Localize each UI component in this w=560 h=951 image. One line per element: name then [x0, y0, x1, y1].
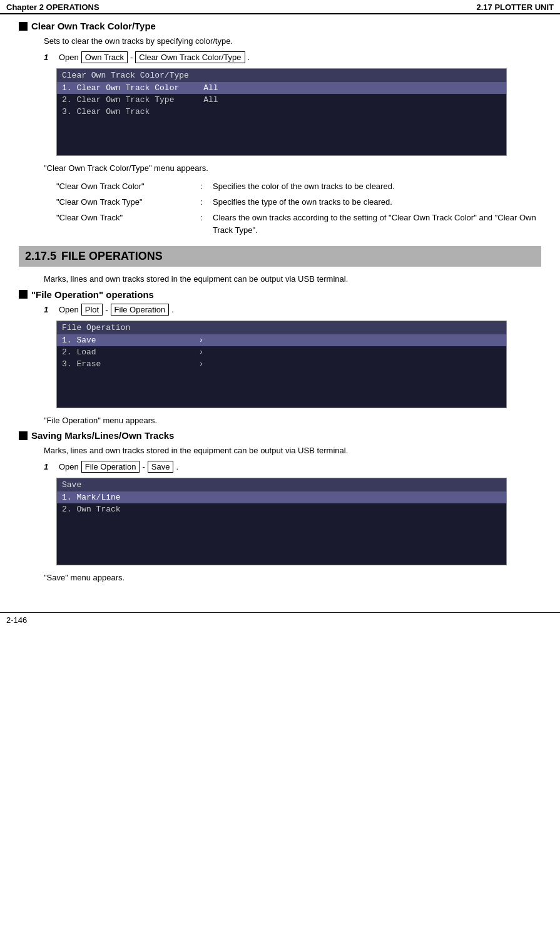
step1-dash: - — [130, 53, 133, 62]
step3-menu1[interactable]: File Operation — [81, 461, 140, 473]
section3-heading: Saving Marks/Lines/Own Tracks — [19, 430, 541, 441]
step2-dash: - — [105, 305, 108, 314]
section2-step1: 1 Open Plot - File Operation . — [44, 304, 541, 316]
desc-colon: : — [200, 196, 206, 209]
desc-row: "Clear Own Track Color":Specifies the co… — [56, 180, 541, 193]
desc-row: "Clear Own Track":Clears the own tracks … — [56, 212, 541, 238]
section3-body: Marks, lines and own tracks stored in th… — [44, 445, 541, 457]
section2-heading-text: "File Operation" operations — [31, 289, 154, 300]
step-num-2: 1 — [44, 305, 54, 314]
screen-row: 2. Load › — [57, 346, 506, 358]
step1-period: . — [248, 53, 250, 62]
section-title: 2.17 PLOTTER UNIT — [476, 3, 554, 12]
bullet-square — [19, 22, 28, 31]
page-header: Chapter 2 OPERATIONS 2.17 PLOTTER UNIT — [0, 0, 560, 14]
section1-after-text: "Clear Own Track Color/Type" menu appear… — [44, 162, 541, 175]
step3-open: Open — [59, 462, 79, 471]
step-num-3: 1 — [44, 462, 54, 471]
divider-num: 2.17.5 — [25, 250, 56, 263]
screen1: Clear Own Track Color/Type 1. Clear Own … — [56, 68, 507, 156]
desc-colon: : — [200, 180, 206, 193]
content-area: Clear Own Track Color/Type Sets to clear… — [0, 14, 560, 600]
step3-content: Open File Operation - Save . — [59, 461, 178, 473]
step2-menu1[interactable]: Plot — [81, 304, 103, 316]
screen-row: 2. Clear Own Track Type All — [57, 94, 506, 106]
step2-open: Open — [59, 305, 79, 314]
page-number: 2-146 — [6, 615, 27, 625]
screen-row: 3. Clear Own Track — [57, 106, 506, 118]
desc-label: "Clear Own Track Type" — [56, 196, 194, 209]
desc-text: Specifies the color of the own tracks to… — [213, 180, 541, 193]
chapter-title: Chapter 2 OPERATIONS — [6, 3, 99, 12]
step3-period: . — [176, 462, 178, 471]
section2-heading: "File Operation" operations — [19, 289, 541, 300]
step1-content: Open Own Track - Clear Own Track Color/T… — [59, 51, 250, 63]
step1-menu1[interactable]: Own Track — [81, 51, 128, 63]
screen-row: 1. Clear Own Track Color All — [57, 82, 506, 94]
screen2-title: File Operation — [57, 321, 506, 334]
step1-menu2[interactable]: Clear Own Track Color/Type — [135, 51, 245, 63]
screen-row: 2. Own Track — [57, 503, 506, 515]
step2-menu2[interactable]: File Operation — [111, 304, 170, 316]
screen1-title: Clear Own Track Color/Type — [57, 69, 506, 82]
screen-row: 3. Erase › — [57, 358, 506, 370]
desc-colon: : — [200, 212, 206, 238]
screen-row: 1. Save › — [57, 334, 506, 346]
step1-open: Open — [59, 53, 79, 62]
section3-step1: 1 Open File Operation - Save . — [44, 461, 541, 473]
section1-heading-text: Clear Own Track Color/Type — [31, 21, 156, 31]
screen2-rows: 1. Save ›2. Load ›3. Erase › — [57, 334, 506, 370]
screen3-title: Save — [57, 478, 506, 491]
section1-heading: Clear Own Track Color/Type — [19, 21, 541, 31]
screen3: Save 1. Mark/Line2. Own Track — [56, 478, 507, 565]
section2-after-text: "File Operation" menu appears. — [44, 414, 541, 427]
page-footer: 2-146 — [0, 612, 560, 627]
desc-row: "Clear Own Track Type":Specifies the typ… — [56, 196, 541, 209]
section2-intro: Marks, lines and own tracks stored in th… — [44, 273, 541, 285]
desc-text: Specifies the type of the own tracks to … — [213, 196, 541, 209]
step3-menu2[interactable]: Save — [148, 461, 174, 473]
screen-row: 1. Mark/Line — [57, 491, 506, 503]
section-divider: 2.17.5 FILE OPERATIONS — [19, 246, 541, 267]
bullet-square3 — [19, 431, 28, 440]
screen1-rows: 1. Clear Own Track Color All2. Clear Own… — [57, 82, 506, 118]
step2-period: . — [171, 305, 174, 314]
section3-heading-text: Saving Marks/Lines/Own Tracks — [31, 430, 174, 441]
section1-body: Sets to clear the own tracks by specifyi… — [44, 35, 541, 48]
divider-title: FILE OPERATIONS — [61, 250, 163, 263]
desc-label: "Clear Own Track Color" — [56, 180, 194, 193]
desc-text: Clears the own tracks according to the s… — [213, 212, 541, 238]
step3-dash: - — [142, 462, 145, 471]
bullet-square2 — [19, 290, 28, 299]
screen3-rows: 1. Mark/Line2. Own Track — [57, 491, 506, 515]
desc-label: "Clear Own Track" — [56, 212, 194, 238]
screen2: File Operation 1. Save ›2. Load ›3. Eras… — [56, 321, 507, 408]
step2-content: Open Plot - File Operation . — [59, 304, 174, 316]
section3-after-text: "Save" menu appears. — [44, 572, 541, 584]
description-table1: "Clear Own Track Color":Specifies the co… — [56, 180, 541, 237]
section1-step1: 1 Open Own Track - Clear Own Track Color… — [44, 51, 541, 63]
step-num-1: 1 — [44, 53, 54, 62]
